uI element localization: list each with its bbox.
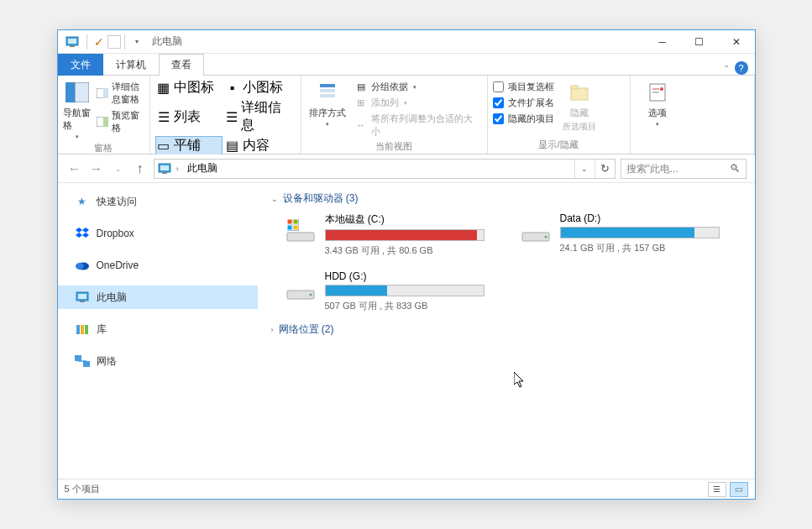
chevron-right-icon: › [271, 326, 274, 334]
svg-rect-12 [320, 94, 335, 97]
hide-selected-button: 隐藏 所选项目 [558, 78, 601, 133]
layout-tiles[interactable]: ▭平铺 [155, 136, 223, 155]
breadcrumb[interactable]: 此电脑 [182, 160, 223, 178]
svg-rect-4 [65, 82, 75, 102]
sidebar-item-this-pc[interactable]: 此电脑 [58, 285, 258, 309]
svg-marker-25 [82, 233, 89, 238]
recent-dropdown[interactable]: ⌄ [110, 160, 127, 177]
svg-rect-10 [320, 84, 335, 87]
drive-info: 24.1 GB 可用 , 共 157 GB [560, 242, 730, 254]
svg-rect-41 [287, 225, 292, 230]
close-button[interactable]: ✕ [718, 30, 755, 54]
search-input[interactable] [626, 163, 726, 175]
ribbon: 导航窗格 ▾ 详细信息窗格 预览窗格 窗格 [58, 76, 755, 155]
sidebar-item-libraries[interactable]: 库 [58, 317, 258, 341]
list-icon: ☰ [157, 111, 170, 123]
layout-medium-icons[interactable]: ▦中图标 [155, 78, 223, 97]
preview-pane-icon [97, 116, 108, 128]
group-by-button[interactable]: ▤分组依据▾ [353, 80, 482, 94]
forward-button[interactable]: → [88, 160, 105, 177]
view-tiles-icon[interactable]: ▭ [730, 482, 748, 497]
dropdown-icon: ▾ [656, 121, 659, 128]
main-pane: ⌄ 设备和驱动器 (3) 本地磁盘 (C:) 3.43 GB 可用 , 共 80… [258, 183, 755, 479]
help-icon[interactable]: ? [735, 61, 748, 75]
sidebar-item-onedrive[interactable]: OneDrive [58, 254, 258, 277]
check-item-checkbox[interactable]: 项目复选框 [493, 80, 554, 94]
section-network: › 网络位置 (2) [271, 322, 741, 337]
network-icon [75, 354, 90, 369]
nav-pane-button[interactable]: 导航窗格 ▾ [63, 78, 92, 140]
cursor-icon [514, 372, 526, 389]
sidebar-item-quick-access[interactable]: ★ 快速访问 [58, 190, 258, 213]
tab-view[interactable]: 查看 [159, 54, 204, 76]
svg-marker-23 [82, 228, 89, 233]
separator [124, 34, 125, 50]
svg-rect-30 [80, 301, 85, 302]
onedrive-icon [75, 258, 90, 273]
view-details-icon[interactable]: ☰ [708, 482, 726, 497]
address-dropdown-icon[interactable]: ⌄ [574, 160, 595, 178]
ribbon-tabs: 文件 计算机 查看 ⌃ ? [58, 54, 755, 76]
svg-marker-22 [76, 228, 82, 233]
layout-list[interactable]: ☰列表 [155, 98, 223, 135]
svg-point-27 [76, 263, 84, 270]
layout-content[interactable]: ▤内容 [224, 136, 291, 155]
svg-rect-40 [293, 219, 298, 224]
chevron-right-icon[interactable]: › [173, 165, 182, 173]
chevron-down-icon: ⌄ [271, 195, 278, 203]
dropdown-icon: ▾ [326, 121, 329, 128]
details-pane-button[interactable]: 详细信息窗格 [95, 80, 144, 107]
drive-usage-bar [325, 285, 485, 296]
ribbon-group-panes: 导航窗格 ▾ 详细信息窗格 预览窗格 窗格 [58, 76, 150, 154]
layout-small-icons[interactable]: ▪小图标 [224, 78, 291, 97]
qat-dropdown-icon[interactable]: ▾ [128, 34, 145, 50]
drive-c[interactable]: 本地磁盘 (C:) 3.43 GB 可用 , 共 80.6 GB [285, 212, 495, 257]
status-bar: 5 个项目 ☰ ▭ [58, 479, 755, 499]
details-pane-icon [97, 87, 108, 99]
quick-access-toolbar: ✓ ▾ [83, 34, 145, 50]
tab-tools: ⌃ ? [723, 61, 755, 75]
svg-point-44 [544, 236, 547, 238]
collapse-ribbon-icon[interactable]: ⌃ [723, 64, 730, 73]
svg-point-46 [309, 294, 312, 296]
resize-columns-button: ↔将所有列调整为合适的大小 [353, 112, 482, 139]
tab-file[interactable]: 文件 [58, 54, 103, 76]
svg-rect-33 [85, 325, 88, 334]
drive-name: 本地磁盘 (C:) [325, 212, 495, 227]
qat-item[interactable] [107, 35, 121, 49]
options-button[interactable]: 选项 ▾ [636, 78, 679, 128]
ribbon-group-options: 选项 ▾ [631, 76, 755, 154]
pc-icon [156, 160, 173, 177]
address-box[interactable]: › 此电脑 ⌄ ↻ [154, 159, 616, 179]
minimize-button[interactable]: ─ [644, 30, 681, 54]
refresh-button[interactable]: ↻ [595, 160, 615, 178]
search-box[interactable]: 🔍︎ [621, 159, 747, 179]
tab-computer[interactable]: 计算机 [103, 54, 159, 76]
svg-rect-34 [75, 355, 81, 361]
sidebar-item-dropbox[interactable]: Dropbox [58, 222, 258, 245]
sidebar-item-network[interactable]: 网络 [58, 349, 258, 373]
sort-by-button[interactable]: 排序方式 ▾ [306, 78, 349, 128]
svg-rect-1 [68, 39, 76, 44]
section-header-network[interactable]: › 网络位置 (2) [271, 322, 741, 337]
library-icon [75, 322, 90, 337]
section-header-devices[interactable]: ⌄ 设备和驱动器 (3) [271, 191, 741, 206]
maximize-button[interactable]: ☐ [681, 30, 718, 54]
back-button[interactable]: ← [66, 160, 83, 177]
drive-g[interactable]: HDD (G:) 507 GB 可用 , 共 833 GB [285, 270, 495, 312]
window: ✓ ▾ 此电脑 ─ ☐ ✕ 文件 计算机 查看 ⌃ ? 导航窗格 ▾ [57, 29, 756, 500]
up-button[interactable]: ↑ [132, 160, 149, 177]
layout-details[interactable]: ☰详细信息 [224, 98, 291, 135]
qat-properties-icon[interactable]: ✓ [91, 34, 107, 50]
drive-d[interactable]: Data (D:) 24.1 GB 可用 , 共 157 GB [520, 212, 730, 257]
dropbox-icon [75, 226, 90, 241]
sort-label: 排序方式 [309, 107, 346, 119]
view-switcher: ☰ ▭ [708, 482, 748, 497]
svg-rect-35 [83, 361, 90, 367]
resize-icon: ↔ [354, 119, 368, 131]
search-icon[interactable]: 🔍︎ [730, 162, 741, 175]
check-hidden[interactable]: 隐藏的项目 [493, 112, 554, 126]
check-extensions[interactable]: 文件扩展名 [493, 96, 554, 110]
svg-rect-21 [162, 172, 167, 174]
preview-pane-button[interactable]: 预览窗格 [95, 108, 144, 135]
